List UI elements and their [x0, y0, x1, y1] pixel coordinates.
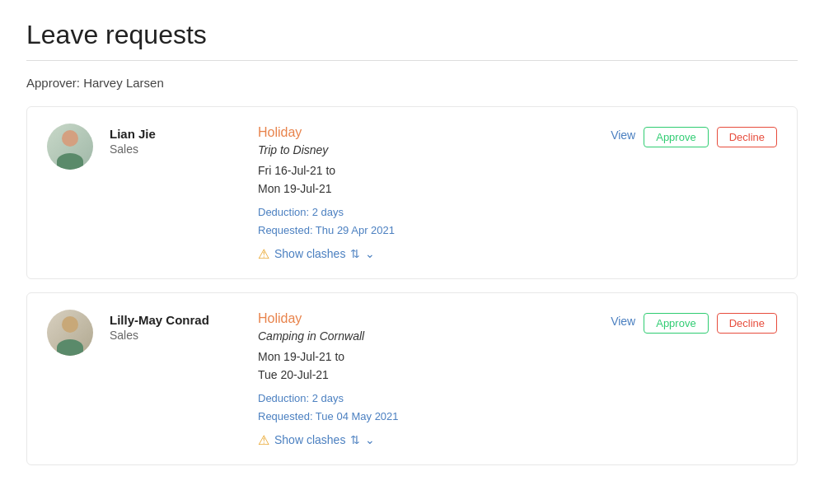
person-name-2: Lilly-May Conrad — [110, 313, 241, 327]
deduction-2: Deduction: 2 days — [258, 390, 594, 408]
page-title: Leave requests — [26, 20, 798, 50]
decline-button-1[interactable]: Decline — [717, 127, 777, 147]
leave-type-2: Holiday — [258, 311, 594, 326]
view-link-2[interactable]: View — [611, 313, 635, 328]
person-name-1: Lian Jie — [110, 127, 241, 141]
leave-details-1: Holiday Trip to Disney Fri 16-Jul-21 toM… — [258, 124, 594, 262]
chevron-down-icon-2[interactable]: ⌄ — [365, 433, 375, 446]
person-dept-1: Sales — [110, 142, 241, 156]
person-info-2: Lilly-May Conrad Sales — [110, 310, 241, 342]
leave-meta-1: Deduction: 2 days Requested: Thu 29 Apr … — [258, 203, 594, 240]
actions-2: View Approve Decline — [611, 310, 777, 334]
title-divider — [26, 60, 798, 61]
leave-dates-1: Fri 16-Jul-21 toMon 19-Jul-21 — [258, 161, 594, 198]
avatar-2 — [47, 310, 93, 356]
view-link-1[interactable]: View — [611, 127, 635, 142]
leave-dates-2: Mon 19-Jul-21 toTue 20-Jul-21 — [258, 348, 594, 385]
avatar-head-2 — [62, 316, 78, 333]
approver-label: Approver: Harvey Larsen — [26, 76, 798, 90]
show-clashes-link-1[interactable]: Show clashes — [274, 247, 345, 260]
sort-icon-1[interactable]: ⇅ — [350, 247, 360, 260]
leave-meta-2: Deduction: 2 days Requested: Tue 04 May … — [258, 390, 594, 426]
leave-details-2: Holiday Camping in Cornwall Mon 19-Jul-2… — [258, 310, 594, 448]
avatar-body — [57, 153, 83, 170]
avatar-body-2 — [57, 339, 83, 356]
deduction-1: Deduction: 2 days — [258, 203, 594, 222]
leave-desc-2: Camping in Cornwall — [258, 329, 594, 343]
page-container: Leave requests Approver: Harvey Larsen L… — [0, 0, 824, 498]
avatar-1 — [47, 124, 93, 170]
leave-type-1: Holiday — [258, 125, 594, 140]
clashes-row-2: ⚠ Show clashes ⇅ ⌄ — [258, 432, 594, 448]
warning-icon-1: ⚠ — [258, 246, 269, 262]
clashes-row-1: ⚠ Show clashes ⇅ ⌄ — [258, 246, 594, 262]
requested-2: Requested: Tue 04 May 2021 — [258, 408, 594, 426]
chevron-down-icon-1[interactable]: ⌄ — [365, 247, 375, 260]
approve-button-2[interactable]: Approve — [644, 313, 708, 334]
decline-button-2[interactable]: Decline — [717, 313, 777, 334]
warning-icon-2: ⚠ — [258, 432, 269, 448]
avatar-head — [62, 130, 78, 147]
show-clashes-link-2[interactable]: Show clashes — [274, 433, 345, 446]
person-info-1: Lian Jie Sales — [110, 124, 241, 156]
actions-1: View Approve Decline — [611, 124, 777, 147]
request-card-2: Lilly-May Conrad Sales Holiday Camping i… — [26, 292, 798, 465]
sort-icon-2[interactable]: ⇅ — [350, 433, 360, 446]
leave-desc-1: Trip to Disney — [258, 143, 594, 156]
approve-button-1[interactable]: Approve — [644, 127, 708, 147]
person-dept-2: Sales — [110, 329, 241, 342]
requested-1: Requested: Thu 29 Apr 2021 — [258, 222, 594, 240]
request-card-1: Lian Jie Sales Holiday Trip to Disney Fr… — [26, 106, 798, 279]
